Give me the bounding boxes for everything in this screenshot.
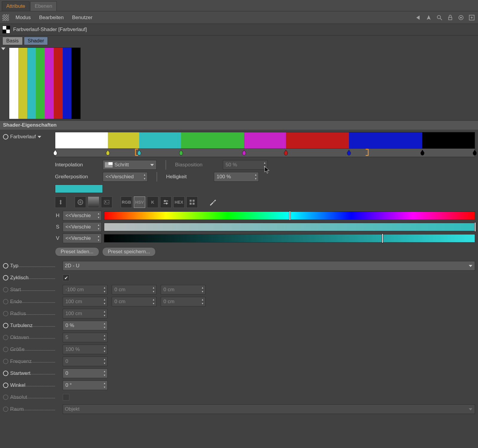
btn-color-image[interactable] [101, 197, 112, 208]
label-oktaven: Oktaven [10, 335, 55, 340]
slider-h[interactable] [104, 211, 475, 220]
subtab-shader[interactable]: Shader [24, 37, 48, 45]
btn-mode-hsv[interactable]: HSV [134, 197, 145, 208]
nav-back-icon[interactable] [414, 14, 422, 22]
svg-point-4 [460, 17, 462, 18]
slider-v[interactable] [104, 234, 475, 243]
add-panel-icon[interactable] [468, 14, 476, 22]
field-winkel[interactable]: 0 °▲▼ [63, 381, 108, 390]
field-s[interactable]: <<Verschie▲▼ [63, 222, 102, 232]
field-turbulenz[interactable]: 0 %▲▼ [63, 321, 108, 330]
btn-mode-rgb[interactable]: RGB [121, 197, 132, 208]
label-raum: Raum [10, 406, 55, 412]
gradient-knot[interactable] [420, 150, 425, 156]
label-frequenz: Frequenz [10, 358, 55, 364]
checkbox-zyklisch[interactable]: ✔ [63, 274, 69, 281]
selected-color-swatch[interactable] [55, 185, 103, 193]
anim-dot-radius [3, 311, 8, 316]
field-startwert[interactable]: 0▲▼ [63, 369, 108, 378]
field-ende-y: 0 cm▲▼ [112, 297, 157, 306]
field-h[interactable]: <<Verschie▲▼ [63, 211, 102, 220]
anim-dot-winkel[interactable] [3, 383, 8, 388]
svg-rect-17 [165, 200, 166, 202]
field-helligkeit-value: 100 % [217, 174, 231, 180]
field-groesse: 100 %▲▼ [63, 345, 108, 354]
anim-dot-farbverlauf[interactable] [3, 134, 8, 139]
dropdown-interpolation[interactable]: Schritt [103, 160, 157, 170]
subtab-basis[interactable]: Basis [2, 37, 23, 45]
btn-mode-swatches[interactable] [186, 197, 198, 208]
btn-color-height[interactable] [55, 197, 66, 208]
field-radius: 100 cm▲▼ [63, 309, 108, 318]
anim-dot-turbulenz[interactable] [3, 323, 8, 328]
menu-benutzer[interactable]: Benutzer [68, 13, 96, 22]
label-radius: Radius [10, 311, 55, 317]
anim-dot-raum [3, 406, 8, 412]
menu-bearbeiten[interactable]: Bearbeiten [35, 13, 68, 22]
label-biasposition: Biasposition [175, 162, 220, 168]
eyedropper-icon[interactable] [209, 198, 217, 206]
label-startwert: Startwert [10, 370, 55, 376]
gradient-knot[interactable] [105, 150, 110, 156]
tab-attribute[interactable]: Attribute [2, 1, 30, 11]
anim-dot-startwert[interactable] [3, 371, 8, 376]
dropdown-typ[interactable]: 2D - U [63, 261, 475, 271]
gradient-knot[interactable] [242, 150, 246, 156]
btn-color-spectrum[interactable] [88, 197, 99, 208]
btn-mode-k[interactable]: K [147, 197, 158, 208]
label-helligkeit: Helligkeit [166, 174, 211, 180]
btn-preset-save[interactable]: Preset speichern... [102, 247, 156, 256]
page-title: Farbverlauf-Shader [Farbverlauf] [13, 27, 87, 33]
checker-icon [2, 14, 9, 21]
menu-modus[interactable]: Modus [11, 13, 35, 22]
slider-s[interactable] [104, 223, 475, 231]
anim-dot-groesse [3, 347, 8, 352]
btn-mode-hex[interactable]: HEX [173, 197, 185, 208]
collapse-preview-icon[interactable] [1, 47, 5, 50]
svg-rect-21 [190, 203, 192, 205]
anim-dot-typ[interactable] [3, 263, 8, 269]
label-h: H [55, 213, 60, 219]
section-shader-properties: Shader-Eigenschaften [0, 121, 478, 130]
search-icon[interactable] [436, 14, 443, 22]
field-start-z: 0 cm▲▼ [161, 285, 206, 294]
field-greiferposition[interactable]: <<Verschied ▲▼ [103, 172, 148, 182]
field-start-x: -100 cm▲▼ [63, 285, 108, 294]
tab-ebenen[interactable]: Ebenen [30, 1, 57, 11]
anim-dot-ende [3, 299, 8, 304]
anim-dot-zyklisch[interactable] [3, 275, 8, 280]
svg-line-1 [440, 18, 442, 20]
label-interpolation: Interpolation [55, 162, 100, 168]
svg-point-14 [105, 201, 106, 202]
lock-icon[interactable] [446, 14, 454, 22]
gradient-bar[interactable] [55, 132, 475, 149]
label-winkel: Winkel [10, 382, 55, 388]
anim-dot-oktaven [3, 335, 8, 340]
btn-preset-load[interactable]: Preset laden... [55, 247, 99, 256]
gradient-knot[interactable] [347, 150, 351, 156]
gradient-knot[interactable] [284, 150, 288, 156]
gradient-knot[interactable] [53, 150, 58, 156]
target-icon[interactable] [457, 14, 465, 22]
label-absolut: Absolut [10, 394, 55, 400]
nav-up-icon[interactable] [425, 14, 433, 22]
anim-dot-start [3, 287, 8, 292]
btn-mode-mixer[interactable] [160, 197, 171, 208]
field-helligkeit[interactable]: 100 % ▲▼ [214, 172, 259, 182]
svg-rect-18 [166, 202, 167, 205]
label-turbulenz: Turbulenz [10, 323, 55, 329]
dropdown-arrow-icon [469, 265, 472, 267]
checkbox-absolut [63, 394, 69, 401]
label-groesse: Größe [10, 346, 55, 352]
label-typ: Typ [10, 263, 55, 269]
field-biasposition: 50 % ▲▼ [223, 160, 268, 170]
dropdown-interpolation-value: Schritt [114, 162, 129, 168]
svg-rect-15 [164, 200, 168, 201]
field-v[interactable]: <<Verschie▲▼ [63, 234, 102, 243]
btn-color-wheel[interactable] [75, 197, 86, 208]
field-ende-x: 100 cm▲▼ [63, 297, 108, 306]
gradient-menu-arrow-icon[interactable] [38, 136, 41, 138]
gradient-knot-track[interactable] [55, 149, 475, 157]
gradient-knot[interactable] [179, 150, 183, 156]
gradient-knot[interactable] [472, 150, 477, 156]
